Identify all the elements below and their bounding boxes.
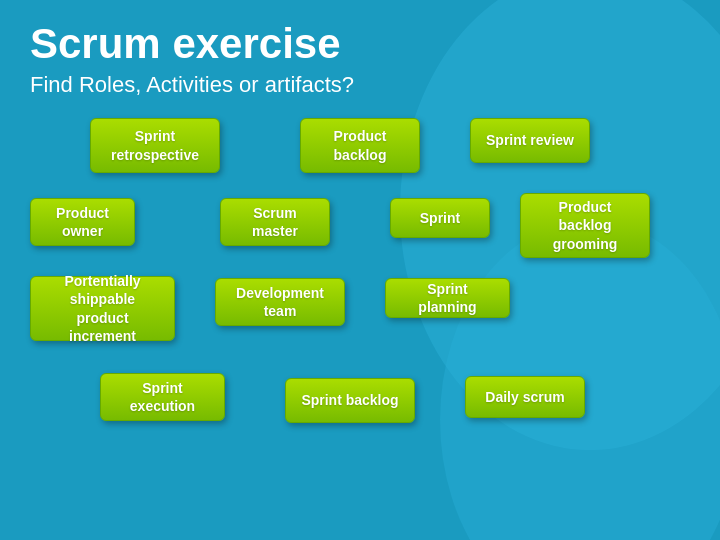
- card-development-team[interactable]: Development team: [215, 278, 345, 326]
- card-sprint-review[interactable]: Sprint review: [470, 118, 590, 163]
- page-subtitle: Find Roles, Activities or artifacts?: [30, 72, 690, 98]
- card-product-backlog-grooming[interactable]: Product backlog grooming: [520, 193, 650, 258]
- card-portentially-shippable[interactable]: Portentially shippable product increment: [30, 276, 175, 341]
- card-sprint-retrospective[interactable]: Sprint retrospective: [90, 118, 220, 173]
- card-sprint-backlog[interactable]: Sprint backlog: [285, 378, 415, 423]
- card-sprint-execution[interactable]: Sprint execution: [100, 373, 225, 421]
- cards-area: Sprint retrospective Product backlog Spr…: [30, 118, 710, 498]
- card-daily-scrum[interactable]: Daily scrum: [465, 376, 585, 418]
- page-title: Scrum exercise: [30, 20, 690, 68]
- card-sprint-planning[interactable]: Sprint planning: [385, 278, 510, 318]
- card-product-owner[interactable]: Product owner: [30, 198, 135, 246]
- card-scrum-master[interactable]: Scrum master: [220, 198, 330, 246]
- main-content: Scrum exercise Find Roles, Activities or…: [0, 0, 720, 518]
- card-product-backlog[interactable]: Product backlog: [300, 118, 420, 173]
- card-sprint[interactable]: Sprint: [390, 198, 490, 238]
